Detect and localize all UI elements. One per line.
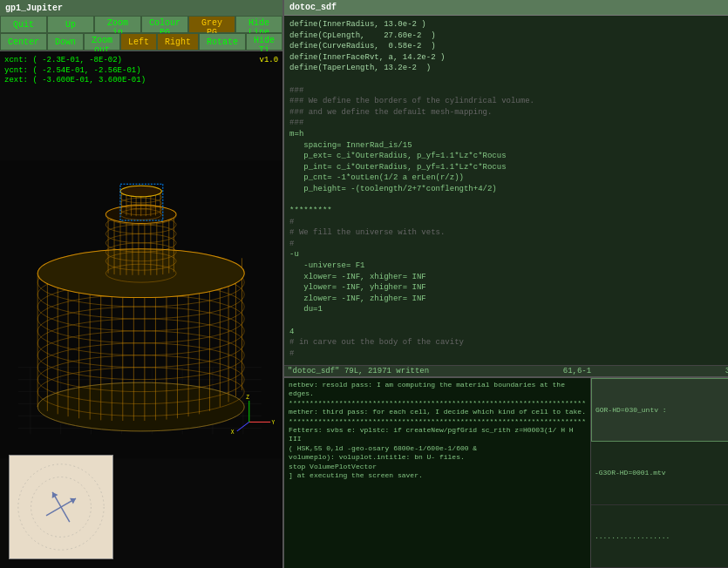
z-coord: zext: ( -3.600E-01, 3.600E-01) [4, 76, 146, 86]
zoom-out-button[interactable]: Zoom out [84, 33, 120, 51]
toolbar-row-1: Quit Up Zoom in Colour PG Grey PG Hide L… [0, 16, 282, 33]
terminal-line: Fetters: svbs e: vplstc: if createNew/pg… [289, 426, 586, 444]
small-panel-item-1: GOR-HD=030_untv : [591, 378, 728, 442]
svg-text:X: X [231, 429, 235, 436]
toolbar-row-2: Center Down Zoom out Left Right Rotate H… [0, 33, 282, 51]
code-line: ### [289, 85, 728, 97]
editor-filename: "dotoc_sdf" 79L, 21971 written [288, 367, 429, 375]
code-line: p_int= c_i*OuterRadius, p_yf=1.1*Lz*c*Ro… [289, 162, 728, 173]
code-line: zlower= -INF, zhigher= INF [289, 294, 728, 305]
up-button[interactable]: Up [47, 16, 94, 33]
right-window-bar: dotoc_sdf [284, 0, 728, 16]
center-button[interactable]: Center [0, 33, 47, 51]
right-panel: dotoc_sdf define(InnerRadius, 13.0e-2 )d… [284, 0, 728, 568]
code-line: du=1 [289, 304, 728, 315]
terminal-line: netbev: resold pass: I am computing the … [289, 381, 586, 399]
code-line: # [289, 217, 728, 228]
code-line: p_cnt= -1*outLen(1/2 a erLen(r/z)) [289, 172, 728, 184]
bottom-right-top: netbev: resold pass: I am computing the … [284, 378, 728, 568]
code-line: # [289, 348, 728, 360]
code-line: p_ext= c_i*OuterRadius, p_yf=1.1*Lz*c*Ro… [289, 151, 728, 162]
small-panel-item-3: .................. [591, 505, 728, 568]
code-line: define(TaperLength, 13.2e-2 ) [289, 63, 728, 74]
terminal-line: ****************************************… [289, 417, 586, 426]
code-line: p_height= -(toolength/2+7*conflength+4/2… [289, 184, 728, 195]
small-panel-item-2: -G3OR-HD=0001.mtv [591, 442, 728, 504]
main-container: gp1_Jupiter Quit Up Zoom in Colour PG Gr… [0, 0, 728, 568]
inset-canvas-svg [10, 456, 112, 558]
small-panel-3-text: .................. [595, 532, 670, 540]
code-line: define(InnerRadius, 13.0e-2 ) [289, 19, 728, 30]
terminal-line: ] at executing the screen saver. [289, 471, 586, 480]
coordinates-display: xcnt: ( -2.3E-01, -8E-02) ycnt: ( -2.54E… [4, 56, 146, 86]
code-line: spacing= InnerRad_is/15 [289, 140, 728, 152]
hide-line-button[interactable]: Hide Line [235, 16, 282, 33]
inset-panel [9, 455, 113, 559]
left-window-bar: gp1_Jupiter [0, 0, 282, 16]
down-button[interactable]: Down [47, 33, 84, 51]
colour-pg-button[interactable]: Colour PG [141, 16, 188, 33]
right-button[interactable]: Right [157, 33, 199, 51]
code-line: ********* [289, 206, 728, 217]
terminal-line: ****************************************… [289, 399, 586, 408]
code-line: m=h [289, 129, 728, 140]
code-line: define(InnerFaceRvt, a, 14.2e-2 ) [289, 52, 728, 64]
version-indicator: v1.0 [260, 56, 279, 64]
code-line: ### [289, 118, 728, 129]
rotate-button[interactable]: Rotate [199, 33, 246, 51]
right-content: define(InnerRadius, 13.0e-2 )define(CpLe… [284, 16, 728, 568]
svg-text:Y: Y [272, 420, 276, 426]
svg-point-49 [37, 249, 244, 298]
terminal-line: volumeplo): voluplot.intitle: bn U- file… [289, 453, 586, 462]
left-panel: gp1_Jupiter Quit Up Zoom in Colour PG Gr… [0, 0, 284, 568]
code-line: # We fill the universe with vets. [289, 227, 728, 239]
right-window-title: dotoc_sdf [289, 3, 337, 12]
code-line [289, 195, 728, 206]
left-button[interactable]: Left [120, 33, 157, 51]
code-line: 4 [289, 327, 728, 338]
terminal-line: stop VolumePlotVector [289, 463, 586, 471]
bottom-right-container: netbev: resold pass: I am computing the … [284, 376, 728, 568]
small-panels: GOR-HD=030_untv : -G3OR-HD=0001.mtv ....… [590, 378, 728, 568]
left-toolbar: Quit Up Zoom in Colour PG Grey PG Hide L… [0, 16, 282, 51]
terminal-line: mether: third pass: for each cell, I dec… [289, 408, 586, 416]
code-line: xlower= -INF, xhigher= INF [289, 272, 728, 283]
svg-point-84 [120, 186, 161, 197]
code-editor[interactable]: define(InnerRadius, 13.0e-2 )define(CpLe… [284, 16, 728, 365]
svg-text:Z: Z [246, 395, 249, 401]
editor-status-bar: "dotoc_sdf" 79L, 21971 written 61,6-1 35… [284, 365, 728, 376]
code-line: define(CurveRadius, 0.58e-2 ) [289, 41, 728, 52]
content-area: gp1_Jupiter Quit Up Zoom in Colour PG Gr… [0, 0, 728, 568]
code-line: -universe= F1 [289, 260, 728, 272]
editor-position: 61,6-1 [563, 367, 591, 375]
code-line: # in carve out the body of the cavity [289, 337, 728, 348]
small-panel-1-text: GOR-HD=030_untv : [595, 406, 667, 414]
code-line: ### We define the borders of the cylindr… [289, 96, 728, 107]
code-line: define(CpLength, 27.60e-2 ) [289, 30, 728, 42]
x-coord: xcnt: ( -2.3E-01, -8E-02) [4, 56, 146, 66]
grey-pg-button[interactable]: Grey PG [188, 16, 235, 33]
hide-ti-button[interactable]: Hide Ti [246, 33, 282, 51]
terminal-panel: netbev: resold pass: I am computing the … [284, 378, 590, 568]
zoom-in-button[interactable]: Zoom in [94, 16, 141, 33]
code-line [289, 315, 728, 327]
terminal-line: ( HSK,55 0,ld -geo-osary 6800e-1/600e-1/… [289, 444, 586, 453]
code-line: ### and we define the default mesh-mappi… [289, 107, 728, 118]
code-line: # [289, 239, 728, 250]
small-panel-2-text: -G3OR-HD=0001.mtv [595, 469, 666, 477]
quit-button[interactable]: Quit [0, 16, 47, 33]
y-coord: ycnt: ( -2.54E-01, -2.56E-01) [4, 66, 146, 77]
svg-point-15 [37, 382, 244, 431]
code-line [289, 359, 728, 365]
code-line [289, 74, 728, 85]
left-window-title: gp1_Jupiter [5, 3, 63, 13]
code-line: -u [289, 249, 728, 260]
viewport[interactable]: xcnt: ( -2.3E-01, -8E-02) ycnt: ( -2.54E… [0, 51, 282, 568]
code-line: ylower= -INF, yhigher= INF [289, 282, 728, 294]
